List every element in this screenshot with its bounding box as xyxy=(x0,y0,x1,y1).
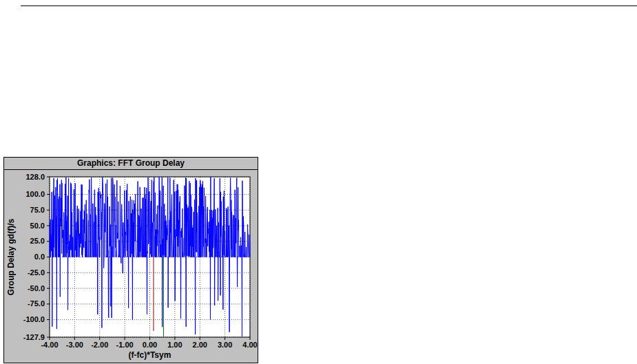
svg-text:-50.0: -50.0 xyxy=(28,284,45,292)
graphics-window: Graphics: FFT Group Delay 128.0100.075.0… xyxy=(3,157,258,363)
page: Graphics: FFT Group Delay 128.0100.075.0… xyxy=(0,0,637,364)
svg-text:128.0: 128.0 xyxy=(25,173,45,181)
svg-text:-4.00: -4.00 xyxy=(41,341,58,349)
svg-text:50.0: 50.0 xyxy=(30,222,45,230)
svg-text:-2.00: -2.00 xyxy=(91,341,108,349)
svg-text:2.00: 2.00 xyxy=(193,341,207,349)
svg-text:4.00: 4.00 xyxy=(242,341,257,349)
chart-area: 128.0100.075.050.025.00.0-25.0-50.0-75.0… xyxy=(4,170,258,363)
svg-text:0.00: 0.00 xyxy=(143,341,157,349)
svg-text:-75.0: -75.0 xyxy=(28,299,45,308)
window-title: Graphics: FFT Group Delay xyxy=(77,158,185,168)
svg-text:0.0: 0.0 xyxy=(34,253,45,261)
svg-text:-3.00: -3.00 xyxy=(66,341,83,349)
svg-text:-25.0: -25.0 xyxy=(28,268,45,277)
svg-text:-127.9: -127.9 xyxy=(23,333,45,341)
svg-text:3.00: 3.00 xyxy=(218,341,232,349)
svg-text:25.0: 25.0 xyxy=(30,237,45,245)
svg-text:(f-fc)*Tsym: (f-fc)*Tsym xyxy=(129,350,171,360)
window-title-bar[interactable]: Graphics: FFT Group Delay xyxy=(4,158,258,170)
svg-text:Group Delay gd(f)/s: Group Delay gd(f)/s xyxy=(6,219,16,296)
svg-text:-100.0: -100.0 xyxy=(23,315,45,323)
svg-text:75.0: 75.0 xyxy=(30,206,45,214)
svg-text:100.0: 100.0 xyxy=(25,190,45,198)
fft-group-delay-chart: 128.0100.075.050.025.00.0-25.0-50.0-75.0… xyxy=(4,170,258,363)
page-top-rule xyxy=(21,6,637,6)
svg-text:-1.00: -1.00 xyxy=(116,341,134,349)
svg-text:1.00: 1.00 xyxy=(167,341,182,349)
